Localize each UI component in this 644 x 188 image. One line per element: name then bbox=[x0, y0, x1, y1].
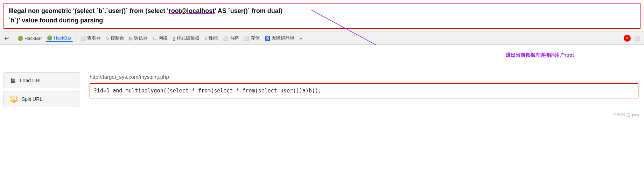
load-url-label: Load URL bbox=[20, 78, 42, 83]
debugger-label: 调试器 bbox=[134, 35, 148, 41]
toolbar-tab-hackbar-2[interactable]: 🟢 HackBar bbox=[46, 35, 73, 42]
viewer-icon: ⬜ bbox=[80, 36, 86, 41]
storage-label: 存储 bbox=[251, 35, 260, 41]
watermark-text: CSDN @qwsn bbox=[613, 112, 640, 117]
performance-label: 性能 bbox=[209, 35, 218, 41]
main-content: 爆出当前数据库连接的用户root 🖥 Load URL 🔱 Split URL … bbox=[0, 45, 644, 122]
toolbar-debugger[interactable]: ▷ 调试器 bbox=[128, 34, 149, 42]
hackbar2-icon: 🟢 bbox=[47, 35, 52, 41]
query-box: ?id=1 and multipolygon((select * from(se… bbox=[90, 83, 638, 98]
error-highlight: root@localhost bbox=[169, 7, 215, 14]
debugger-icon: ▷ bbox=[129, 36, 133, 41]
storage-icon: ⬜ bbox=[244, 36, 249, 41]
hackbar1-icon: 🟢 bbox=[18, 36, 23, 41]
url-display: http://target_sys.com/mysqlinj.php bbox=[90, 72, 638, 81]
query-underlined: select user() bbox=[258, 88, 299, 94]
split-url-label: Split URL bbox=[22, 96, 42, 102]
toolbar-divider-1 bbox=[13, 35, 13, 42]
memory-icon: ⬜ bbox=[223, 36, 228, 41]
accessibility-label: 无障碍环境 bbox=[272, 35, 294, 41]
hackbar1-label: HackBar bbox=[24, 36, 42, 41]
right-pane: http://target_sys.com/mysqlinj.php ?id=1… bbox=[84, 69, 644, 119]
toolbar-style-editor[interactable]: {} 样式编辑器 bbox=[171, 34, 201, 42]
network-icon: ↑↓ bbox=[153, 36, 157, 41]
toolbar-back-icon[interactable]: ↩ bbox=[3, 34, 10, 42]
query-prefix: ?id=1 and multipolygon((select * from(se… bbox=[94, 88, 258, 94]
split-url-icon: 🔱 bbox=[9, 95, 18, 103]
error-text-3: `b`)' value found during parsing bbox=[8, 17, 103, 24]
viewer-label: 查看器 bbox=[87, 35, 101, 41]
annotation-text: 爆出当前数据库连接的用户root bbox=[506, 52, 574, 58]
toolbar-divider-2 bbox=[76, 35, 76, 42]
more-icon: » bbox=[299, 36, 302, 41]
style-editor-icon: {} bbox=[173, 36, 176, 41]
console-label: 控制台 bbox=[111, 35, 124, 41]
error-text-2: ' AS `user()` from dual) bbox=[215, 7, 282, 14]
toolbar-storage[interactable]: ⬜ 存储 bbox=[242, 34, 261, 42]
accessibility-icon: ♿ bbox=[265, 36, 270, 41]
network-label: 网络 bbox=[159, 35, 168, 41]
url-text: http://target_sys.com/mysqlinj.php bbox=[90, 74, 169, 80]
memory-label: 内存 bbox=[230, 35, 239, 41]
toolbar-viewer[interactable]: ⬜ 查看器 bbox=[79, 34, 102, 42]
load-url-button[interactable]: 🖥 Load URL bbox=[4, 72, 80, 88]
csdn-watermark: CSDN @qwsn bbox=[613, 112, 640, 117]
left-sidebar: 🖥 Load URL 🔱 Split URL bbox=[0, 69, 84, 119]
annotation-label: 爆出当前数据库连接的用户root bbox=[506, 52, 574, 58]
app-container: Illegal non geometric '(select `b`.`user… bbox=[0, 3, 644, 122]
style-editor-label: 样式编辑器 bbox=[177, 35, 200, 41]
error-count: » bbox=[626, 36, 629, 41]
toolbar-accessibility[interactable]: ♿ 无障碍环境 bbox=[263, 34, 296, 42]
toolbar-layout-icon[interactable]: ⬜ bbox=[633, 35, 641, 42]
toolbar-memory[interactable]: ⬜ 内存 bbox=[221, 34, 240, 42]
toolbar-performance[interactable]: ○ 性能 bbox=[203, 34, 219, 42]
error-text-1: Illegal non geometric '(select `b`.`user… bbox=[8, 7, 169, 14]
split-url-button[interactable]: 🔱 Split URL bbox=[4, 91, 80, 107]
error-banner: Illegal non geometric '(select `b`.`user… bbox=[4, 3, 640, 29]
error-badge: » bbox=[624, 35, 631, 42]
toolbar-tab-hackbar-1[interactable]: 🟢 HackBar bbox=[16, 35, 43, 42]
query-suffix: )a)b)); bbox=[299, 88, 321, 94]
hackbar2-label: HackBar bbox=[54, 35, 71, 41]
console-icon: ▷ bbox=[106, 36, 109, 41]
load-url-icon: 🖥 bbox=[9, 76, 16, 84]
toolbar-more[interactable]: » bbox=[298, 35, 303, 42]
toolbar-console[interactable]: ▷ 控制台 bbox=[104, 34, 126, 42]
performance-icon: ○ bbox=[204, 36, 207, 41]
toolbar-network[interactable]: ↑↓ 网络 bbox=[151, 34, 169, 42]
browser-toolbar: ↩ 🟢 HackBar 🟢 HackBar ⬜ 查看器 ▷ 控制台 ▷ 调试器 … bbox=[0, 32, 644, 45]
